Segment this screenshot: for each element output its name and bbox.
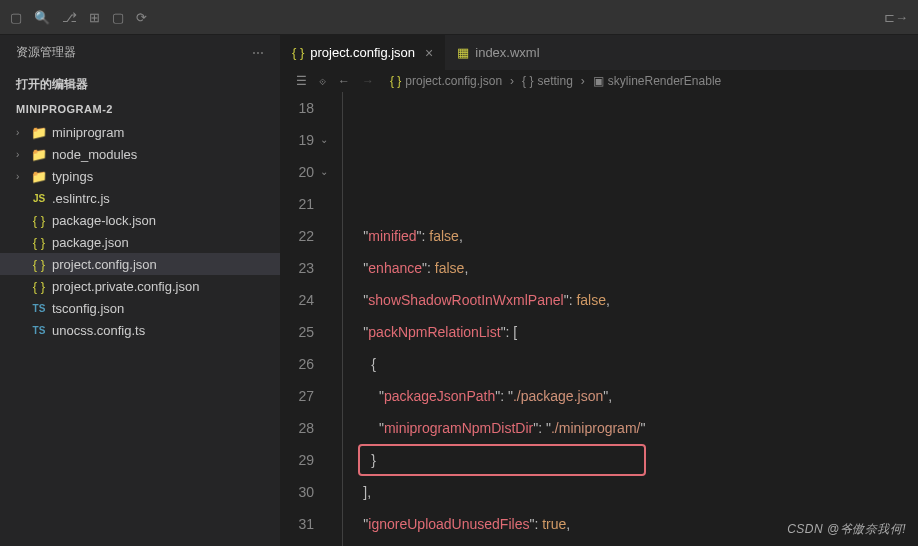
line-number: 19: [280, 124, 314, 156]
code-line[interactable]: "enhance": false,: [340, 252, 918, 284]
code-line[interactable]: "showShadowRootInWxmlPanel": false,: [340, 284, 918, 316]
debug-icon[interactable]: ▢: [112, 10, 124, 25]
line-number: 29: [280, 444, 314, 476]
code-line[interactable]: "miniprogramNpmDistDir": "./miniprogram/…: [340, 412, 918, 444]
list-icon[interactable]: ☰: [296, 74, 307, 88]
watermark: CSDN @爷傲奈我何!: [787, 521, 906, 538]
more-icon[interactable]: ⋯: [252, 46, 264, 60]
close-icon[interactable]: ×: [425, 45, 433, 61]
new-file-icon[interactable]: ▢: [10, 10, 22, 25]
explorer-title: 资源管理器: [16, 44, 76, 61]
code-line[interactable]: "packageJsonPath": "./package.json",: [340, 380, 918, 412]
code-line[interactable]: "compileHotReLoad": false,: [340, 540, 918, 546]
tree-item-project-config-json[interactable]: { }project.config.json: [0, 253, 280, 275]
tree-item-package-json[interactable]: { }package.json: [0, 231, 280, 253]
extensions-icon[interactable]: ⊞: [89, 10, 100, 25]
line-number: 22: [280, 220, 314, 252]
tree-item-miniprogram[interactable]: ›📁miniprogram: [0, 121, 280, 143]
tree-item-tsconfig-json[interactable]: TStsconfig.json: [0, 297, 280, 319]
panel-toggle-icon[interactable]: ⊏→: [884, 10, 908, 25]
breadcrumb-key[interactable]: skylineRenderEnable: [608, 74, 721, 88]
open-editors-section[interactable]: 打开的编辑器: [0, 70, 280, 99]
tree-item-unocss-config-ts[interactable]: TSunocss.config.ts: [0, 319, 280, 341]
line-number: 23: [280, 252, 314, 284]
branch-icon[interactable]: ⎇: [62, 10, 77, 25]
line-number: 31: [280, 508, 314, 540]
tree-item-node_modules[interactable]: ›📁node_modules: [0, 143, 280, 165]
tree-item-project-private-config-json[interactable]: { }project.private.config.json: [0, 275, 280, 297]
tab-bar: { }project.config.json×▦index.wxml: [280, 35, 918, 70]
code-line[interactable]: }: [340, 444, 918, 476]
breadcrumb-file[interactable]: project.config.json: [405, 74, 502, 88]
breadcrumb: ☰ ⟐ ← → { } project.config.json › { } se…: [280, 70, 918, 92]
line-number: 30: [280, 476, 314, 508]
code-line[interactable]: {: [340, 348, 918, 380]
sidebar: 资源管理器 ⋯ 打开的编辑器 MINIPROGRAM-2 ›📁miniprogr…: [0, 35, 280, 546]
back-icon[interactable]: ←: [338, 74, 350, 88]
line-number: 21: [280, 188, 314, 220]
bookmark-icon[interactable]: ⟐: [319, 74, 326, 88]
code-line[interactable]: "packNpmRelationList": [: [340, 316, 918, 348]
project-title[interactable]: MINIPROGRAM-2: [0, 99, 280, 119]
line-number: 27: [280, 380, 314, 412]
line-number: 24: [280, 284, 314, 316]
line-number: 32: [280, 540, 314, 546]
forward-icon[interactable]: →: [362, 74, 374, 88]
git-icon[interactable]: ⟳: [136, 10, 147, 25]
breadcrumb-setting[interactable]: setting: [537, 74, 572, 88]
tab-project-config-json[interactable]: { }project.config.json×: [280, 35, 445, 70]
fold-icon[interactable]: ⌄: [320, 124, 328, 156]
line-number: 25: [280, 316, 314, 348]
code-line[interactable]: "minified": false,: [340, 220, 918, 252]
code-line[interactable]: ],: [340, 476, 918, 508]
search-icon[interactable]: 🔍: [34, 10, 50, 25]
code-editor[interactable]: ⌄ ⌄ 18192021222324252627282930313233 "mi…: [280, 92, 918, 546]
line-number: 20: [280, 156, 314, 188]
line-number: 26: [280, 348, 314, 380]
tab-index-wxml[interactable]: ▦index.wxml: [445, 35, 551, 70]
line-number: 18: [280, 92, 314, 124]
fold-icon[interactable]: ⌄: [320, 156, 328, 188]
line-number: 28: [280, 412, 314, 444]
tree-item--eslintrc-js[interactable]: JS.eslintrc.js: [0, 187, 280, 209]
tree-item-typings[interactable]: ›📁typings: [0, 165, 280, 187]
tree-item-package-lock-json[interactable]: { }package-lock.json: [0, 209, 280, 231]
